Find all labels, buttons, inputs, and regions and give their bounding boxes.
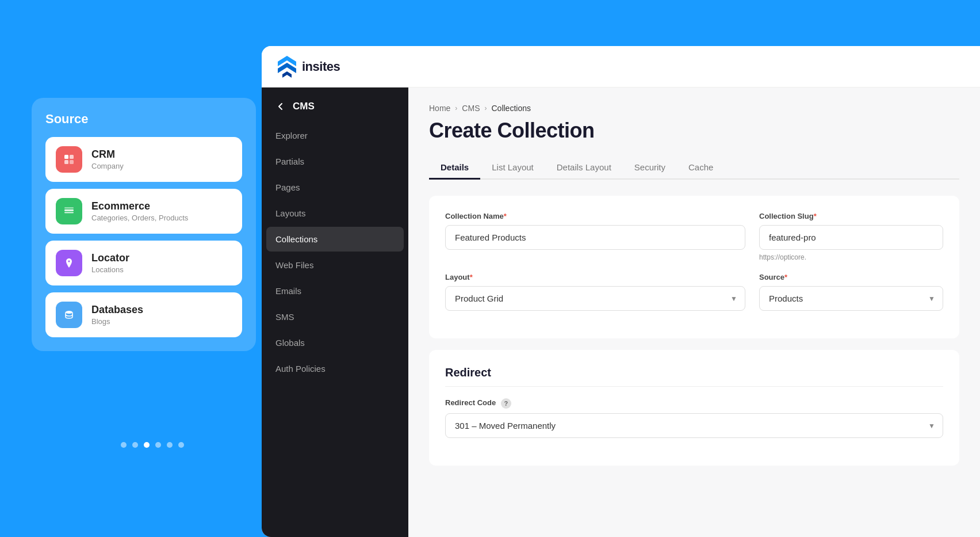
source-item-databases[interactable]: Databases Blogs bbox=[45, 292, 242, 337]
redirect-row: Redirect Code ? 301 – Moved Permanently … bbox=[445, 398, 943, 438]
logo-icon bbox=[278, 56, 296, 78]
logo-text: insites bbox=[302, 59, 340, 74]
sidebar-item-collections[interactable]: Collections bbox=[266, 227, 404, 252]
crm-icon bbox=[56, 146, 82, 173]
dot-6[interactable] bbox=[178, 442, 184, 448]
databases-icon bbox=[56, 302, 82, 328]
tab-security[interactable]: Security bbox=[623, 157, 677, 180]
tab-details[interactable]: Details bbox=[429, 157, 480, 180]
sidebar-item-auth-policies[interactable]: Auth Policies bbox=[266, 356, 404, 381]
logo-area: insites bbox=[278, 56, 340, 78]
collection-slug-input[interactable] bbox=[759, 225, 943, 250]
tab-details-layout[interactable]: Details Layout bbox=[545, 157, 623, 180]
sidebar-item-pages[interactable]: Pages bbox=[266, 175, 404, 200]
crm-title: CRM bbox=[91, 148, 124, 161]
svg-point-7 bbox=[66, 311, 72, 314]
collection-name-input[interactable] bbox=[445, 225, 745, 250]
sidebar-nav: Explorer Partials Pages Layouts Collecti… bbox=[262, 123, 408, 537]
svg-rect-5 bbox=[64, 212, 74, 214]
sidebar: CMS Explorer Partials Pages Layouts Coll… bbox=[262, 87, 408, 537]
layout-select-wrapper: Product Grid List View Card Layout ▼ bbox=[445, 286, 745, 311]
layout-label: Layout* bbox=[445, 273, 745, 281]
app-body: CMS Explorer Partials Pages Layouts Coll… bbox=[262, 87, 980, 537]
source-select[interactable]: Products CRM Databases bbox=[759, 286, 943, 311]
databases-subtitle: Blogs bbox=[91, 317, 143, 326]
sidebar-item-partials[interactable]: Partials bbox=[266, 149, 404, 174]
sidebar-item-globals[interactable]: Globals bbox=[266, 330, 404, 355]
databases-title: Databases bbox=[91, 304, 143, 317]
sidebar-back-button[interactable]: CMS bbox=[262, 87, 408, 123]
sidebar-item-web-files[interactable]: Web Files bbox=[266, 253, 404, 277]
redirect-code-group: Redirect Code ? 301 – Moved Permanently … bbox=[445, 398, 943, 438]
svg-rect-2 bbox=[64, 160, 68, 164]
breadcrumb-cms[interactable]: CMS bbox=[462, 104, 480, 113]
redirect-code-label: Redirect Code ? bbox=[445, 398, 943, 409]
tab-list-layout[interactable]: List Layout bbox=[480, 157, 545, 180]
app-header: insites bbox=[262, 46, 980, 87]
source-panel: Source CRM Company Ecommerce Categories,… bbox=[32, 98, 256, 351]
source-item-ecommerce[interactable]: Ecommerce Categories, Orders, Products bbox=[45, 189, 242, 234]
redirect-code-select-wrapper: 301 – Moved Permanently 302 – Found (Tem… bbox=[445, 413, 943, 438]
back-arrow-icon bbox=[274, 100, 287, 113]
form-group-name: Collection Name* bbox=[445, 212, 745, 261]
form-section: Collection Name* Collection Slug* https:… bbox=[429, 196, 959, 338]
collection-name-label: Collection Name* bbox=[445, 212, 745, 220]
form-row-2: Layout* Product Grid List View Card Layo… bbox=[445, 273, 943, 311]
breadcrumb-home[interactable]: Home bbox=[429, 104, 450, 113]
sidebar-item-layouts[interactable]: Layouts bbox=[266, 201, 404, 226]
dot-1[interactable] bbox=[121, 442, 127, 448]
ecommerce-icon bbox=[56, 198, 82, 224]
dot-3[interactable] bbox=[144, 442, 150, 448]
source-label: Source* bbox=[759, 273, 943, 281]
source-item-crm[interactable]: CRM Company bbox=[45, 137, 242, 182]
sidebar-item-explorer[interactable]: Explorer bbox=[266, 123, 404, 148]
tab-cache[interactable]: Cache bbox=[677, 157, 725, 180]
form-row-1: Collection Name* Collection Slug* https:… bbox=[445, 212, 943, 261]
redirect-help-icon[interactable]: ? bbox=[501, 398, 511, 409]
breadcrumb-sep-1: › bbox=[455, 104, 457, 112]
svg-rect-1 bbox=[70, 155, 74, 159]
crm-subtitle: Company bbox=[91, 162, 124, 170]
source-item-locator[interactable]: Locator Locations bbox=[45, 241, 242, 285]
dot-4[interactable] bbox=[155, 442, 161, 448]
collection-slug-label: Collection Slug* bbox=[759, 212, 943, 220]
carousel-dots bbox=[121, 442, 184, 448]
form-group-source: Source* Products CRM Databases ▼ bbox=[759, 273, 943, 311]
svg-rect-6 bbox=[64, 207, 74, 209]
sidebar-item-sms[interactable]: SMS bbox=[266, 304, 404, 329]
dot-2[interactable] bbox=[132, 442, 138, 448]
tabs-bar: Details List Layout Details Layout Secur… bbox=[429, 157, 959, 180]
source-select-wrapper: Products CRM Databases ▼ bbox=[759, 286, 943, 311]
main-content: Home › CMS › Collections Create Collecti… bbox=[408, 87, 980, 537]
ecommerce-title: Ecommerce bbox=[91, 200, 188, 213]
locator-icon bbox=[56, 250, 82, 276]
redirect-heading: Redirect bbox=[445, 366, 943, 387]
svg-rect-0 bbox=[64, 155, 68, 159]
slug-hint: https://opticore. bbox=[759, 253, 943, 261]
form-group-slug: Collection Slug* https://opticore. bbox=[759, 212, 943, 261]
page-title: Create Collection bbox=[429, 119, 959, 143]
ecommerce-subtitle: Categories, Orders, Products bbox=[91, 214, 188, 222]
svg-rect-4 bbox=[64, 210, 74, 211]
app-area: insites CMS Explorer Partials Pages Layo… bbox=[262, 46, 980, 537]
sidebar-section-title: CMS bbox=[293, 101, 315, 112]
svg-rect-3 bbox=[70, 160, 74, 164]
sidebar-item-emails[interactable]: Emails bbox=[266, 279, 404, 303]
dot-5[interactable] bbox=[167, 442, 173, 448]
locator-title: Locator bbox=[91, 252, 129, 265]
redirect-code-select[interactable]: 301 – Moved Permanently 302 – Found (Tem… bbox=[445, 413, 943, 438]
locator-subtitle: Locations bbox=[91, 265, 129, 274]
form-group-layout: Layout* Product Grid List View Card Layo… bbox=[445, 273, 745, 311]
source-title: Source bbox=[45, 112, 242, 127]
breadcrumb: Home › CMS › Collections bbox=[429, 104, 959, 113]
redirect-section: Redirect Redirect Code ? 301 – Moved Per… bbox=[429, 350, 959, 466]
layout-select[interactable]: Product Grid List View Card Layout bbox=[445, 286, 745, 311]
breadcrumb-current: Collections bbox=[491, 104, 530, 113]
breadcrumb-sep-2: › bbox=[484, 104, 487, 112]
